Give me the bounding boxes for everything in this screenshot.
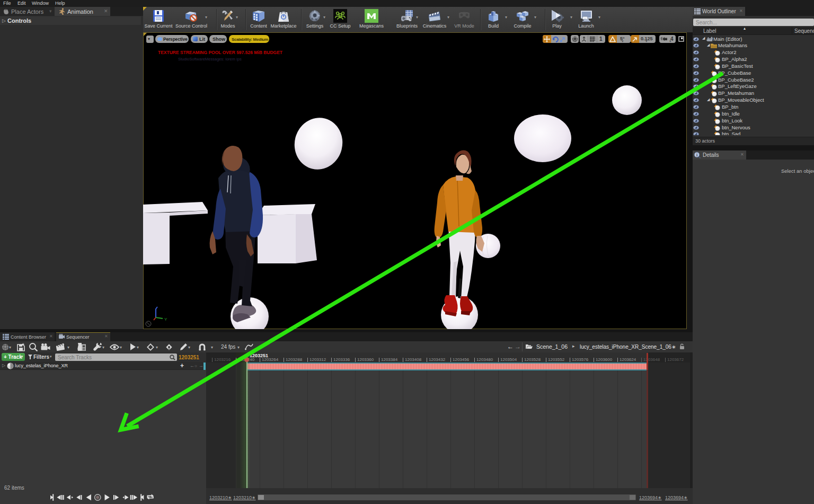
svg-text:Y: Y xyxy=(164,317,167,322)
